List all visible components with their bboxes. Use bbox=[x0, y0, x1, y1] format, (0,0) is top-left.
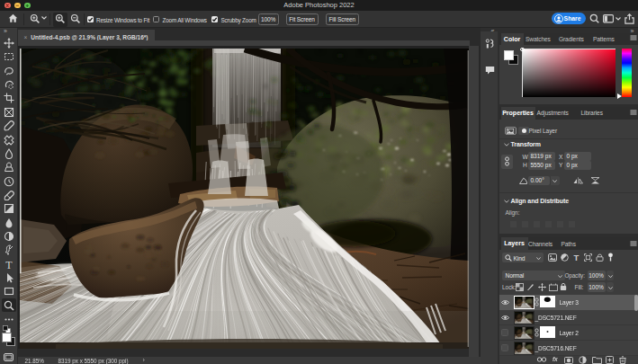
svg-text:T: T bbox=[574, 253, 580, 262]
svg-text:T: T bbox=[5, 259, 13, 270]
